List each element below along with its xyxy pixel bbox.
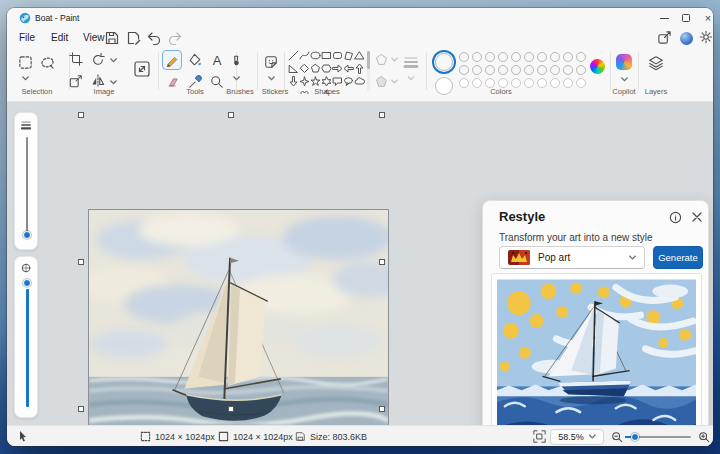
undo-icon[interactable] (146, 30, 162, 46)
shape-four-point-star[interactable] (299, 76, 310, 87)
layers-icon[interactable] (647, 54, 665, 72)
edit-colors-wheel-button[interactable] (590, 59, 605, 74)
shape-five-point-star[interactable] (310, 76, 321, 87)
stickers-dropdown-chevron[interactable] (268, 76, 275, 81)
copilot-dropdown-chevron[interactable] (621, 77, 628, 82)
shape-line[interactable] (288, 50, 299, 61)
text-tool-button[interactable]: A (207, 50, 227, 70)
freeform-select-button[interactable] (37, 52, 57, 72)
shape-oval-callout[interactable] (343, 76, 354, 87)
image-options-button[interactable] (129, 56, 155, 82)
color1-swatch[interactable] (435, 53, 453, 71)
menu-edit[interactable]: Edit (45, 30, 74, 45)
palette-color[interactable] (472, 52, 482, 62)
save-as-icon[interactable] (126, 30, 142, 46)
shapes-scrollbar[interactable] (367, 51, 370, 91)
rotate-dropdown-chevron[interactable] (110, 58, 117, 63)
stroke-width-button[interactable] (403, 54, 419, 81)
close-button[interactable]: × (696, 8, 713, 28)
color2-swatch[interactable] (435, 77, 453, 95)
shape-triangle[interactable] (354, 50, 365, 61)
shape-arrow-up[interactable] (354, 63, 365, 74)
shape-cloud-callout[interactable] (354, 76, 365, 87)
opacity-slider[interactable] (14, 256, 38, 418)
redo-icon[interactable] (167, 30, 183, 46)
selection-handle-ne[interactable] (379, 112, 385, 118)
save-icon[interactable] (104, 30, 120, 46)
shape-right-triangle[interactable] (288, 63, 299, 74)
palette-color[interactable] (537, 65, 547, 75)
size-slider[interactable] (14, 112, 38, 250)
share-icon[interactable] (657, 30, 672, 45)
palette-color[interactable] (511, 65, 521, 75)
flip-dropdown-chevron[interactable] (110, 80, 117, 85)
rectangle-select-button[interactable] (15, 52, 35, 72)
palette-color[interactable] (576, 52, 586, 62)
palette-empty-slot[interactable] (459, 78, 469, 88)
palette-color[interactable] (550, 52, 560, 62)
canvas-image[interactable] (88, 209, 389, 446)
palette-color[interactable] (537, 52, 547, 62)
shape-curve[interactable] (299, 50, 310, 61)
opacity-slider-track[interactable] (26, 289, 29, 407)
account-avatar[interactable] (680, 32, 693, 45)
shape-diamond[interactable] (299, 63, 310, 74)
zoom-in-icon[interactable] (698, 431, 710, 443)
settings-gear-icon[interactable] (699, 30, 713, 44)
shape-arrow-down[interactable] (288, 76, 299, 87)
menu-file[interactable]: File (13, 30, 41, 45)
palette-color[interactable] (550, 65, 560, 75)
shape-six-point-star[interactable] (321, 76, 332, 87)
palette-color[interactable] (472, 65, 482, 75)
palette-empty-slot[interactable] (563, 78, 573, 88)
selection-handle-nw[interactable] (78, 112, 84, 118)
shape-arrow-right[interactable] (332, 63, 343, 74)
rotate-button[interactable] (89, 50, 107, 68)
selection-handle-e[interactable] (379, 259, 385, 265)
shape-rounded-rectangle[interactable] (332, 50, 343, 61)
copilot-icon[interactable] (616, 54, 632, 70)
palette-empty-slot[interactable] (576, 78, 586, 88)
palette-color[interactable] (524, 65, 534, 75)
stickers-button[interactable] (261, 52, 281, 72)
selection-handle-sw[interactable] (78, 406, 84, 412)
palette-color[interactable] (563, 65, 573, 75)
size-slider-thumb[interactable] (23, 231, 31, 239)
palette-color[interactable] (511, 52, 521, 62)
selection-handle-s[interactable] (228, 406, 234, 412)
selection-handle-n[interactable] (228, 112, 234, 118)
crop-button[interactable] (67, 50, 85, 68)
close-panel-icon[interactable] (691, 211, 703, 223)
palette-empty-slot[interactable] (550, 78, 560, 88)
selection-dropdown-chevron[interactable] (22, 76, 29, 81)
zoom-out-icon[interactable] (611, 431, 623, 443)
shape-rectangle[interactable] (321, 50, 332, 61)
style-dropdown[interactable]: Pop art (499, 246, 645, 269)
info-icon[interactable] (669, 211, 682, 224)
shape-outline-dropdown[interactable] (375, 53, 398, 66)
opacity-slider-thumb[interactable] (23, 279, 31, 287)
palette-color[interactable] (485, 65, 495, 75)
palette-color[interactable] (459, 52, 469, 62)
brushes-button[interactable] (226, 52, 246, 72)
pencil-tool-button[interactable] (162, 50, 182, 70)
zoom-level-dropdown[interactable]: 58.5% (550, 429, 604, 445)
shape-oval[interactable] (310, 50, 321, 61)
size-slider-track[interactable] (26, 137, 28, 235)
restyle-preview-image[interactable] (497, 279, 696, 446)
shape-arrow-left[interactable] (343, 63, 354, 74)
fit-to-window-icon[interactable] (533, 430, 546, 443)
shape-fill-dropdown[interactable] (375, 75, 398, 88)
palette-color[interactable] (485, 52, 495, 62)
selection-handle-se[interactable] (379, 406, 385, 412)
palette-color[interactable] (498, 52, 508, 62)
generate-button[interactable]: Generate (653, 246, 703, 269)
palette-color[interactable] (524, 52, 534, 62)
palette-color[interactable] (576, 65, 586, 75)
zoom-slider-thumb[interactable] (631, 433, 639, 441)
shape-pentagon[interactable] (310, 63, 321, 74)
maximize-button[interactable] (674, 8, 698, 28)
palette-color[interactable] (459, 65, 469, 75)
palette-color[interactable] (498, 65, 508, 75)
palette-color[interactable] (563, 52, 573, 62)
